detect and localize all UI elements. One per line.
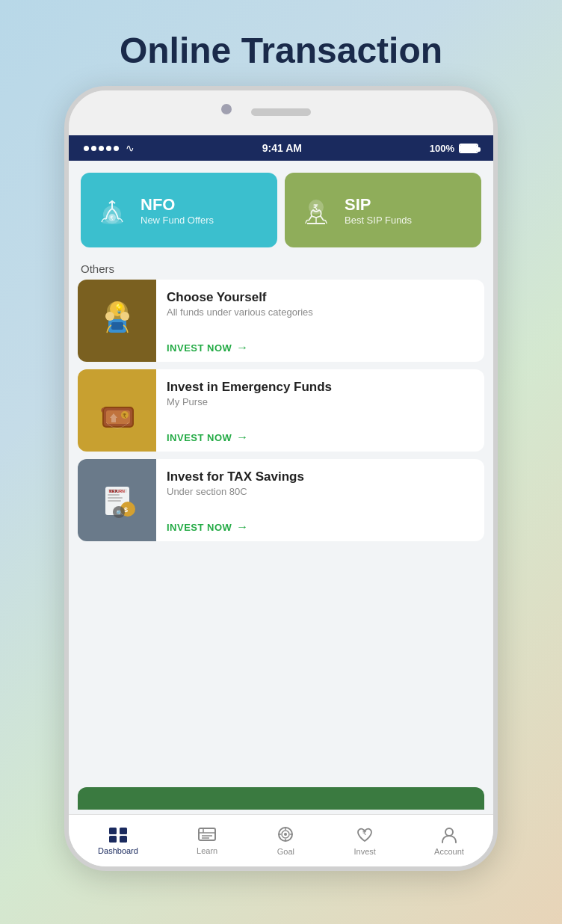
sip-card[interactable]: ₹ SIP Best SIP Funds [285, 173, 481, 247]
app-content: ₹ NFO New Fund Offers ₹ [69, 161, 493, 866]
goal-icon [276, 826, 295, 844]
status-bar: ∿ 9:41 AM 100% [69, 135, 493, 161]
page-title: Online Transaction [0, 30, 562, 71]
emergency-funds-subtitle: My Purse [167, 396, 474, 407]
svg-rect-23 [108, 494, 120, 496]
dashboard-icon [108, 827, 128, 843]
tax-savings-body: Invest for TAX Savings Under section 80C… [156, 459, 484, 541]
choose-yourself-cta[interactable]: INVEST NOW → [167, 341, 474, 354]
tax-savings-cta[interactable]: INVEST NOW → [167, 520, 474, 534]
sip-card-text: SIP Best SIP Funds [345, 195, 412, 226]
svg-point-12 [120, 312, 129, 321]
battery-fill [460, 145, 477, 152]
signal-dot-3 [99, 146, 104, 151]
svg-point-41 [284, 833, 287, 836]
svg-rect-30 [109, 828, 117, 834]
nav-account[interactable]: Account [434, 826, 464, 856]
signal-dot-1 [84, 146, 89, 151]
svg-rect-24 [108, 497, 123, 499]
emergency-funds-body: Invest in Emergency Funds My Purse INVES… [156, 369, 484, 452]
phone-frame: ∿ 9:41 AM 100% ₹ [64, 86, 498, 871]
sip-title: SIP [345, 195, 412, 215]
svg-text:₹: ₹ [362, 830, 367, 837]
choose-yourself-subtitle: All funds under various categories [167, 307, 474, 318]
nfo-subtitle: New Fund Offers [140, 215, 214, 226]
sip-icon: ₹ [297, 191, 336, 230]
nfo-card-text: NFO New Fund Offers [140, 195, 214, 226]
emergency-funds-title: Invest in Emergency Funds [167, 380, 474, 395]
wifi-icon: ∿ [126, 142, 135, 154]
phone-speaker [251, 108, 311, 116]
page-title-area: Online Transaction [0, 0, 562, 86]
choose-yourself-title: Choose Yourself [167, 290, 474, 305]
top-cards-section: ₹ NFO New Fund Offers ₹ [69, 161, 493, 255]
svg-rect-33 [120, 836, 127, 843]
svg-rect-25 [108, 500, 121, 502]
arrow-icon-2: → [236, 431, 249, 444]
signal-indicator: ∿ [84, 142, 135, 154]
tax-savings-title: Invest for TAX Savings [167, 469, 474, 484]
goal-label: Goal [277, 847, 294, 856]
list-items-container: 💡 Choose Yourself All funds under variou… [69, 280, 493, 787]
learn-label: Learn [197, 846, 217, 855]
nfo-title: NFO [140, 195, 214, 215]
nfo-card[interactable]: ₹ NFO New Fund Offers [81, 173, 277, 247]
learn-icon [197, 827, 217, 843]
sip-subtitle: Best SIP Funds [345, 215, 412, 226]
signal-dot-4 [106, 146, 111, 151]
svg-point-11 [105, 312, 114, 321]
nfo-icon: ₹ [93, 191, 132, 230]
svg-rect-10 [111, 322, 123, 330]
invest-label: Invest [354, 847, 376, 856]
arrow-icon: → [236, 341, 249, 354]
battery-icon [459, 144, 478, 153]
battery-percentage: 100% [430, 143, 454, 154]
tax-savings-subtitle: Under section 80C [167, 486, 474, 497]
invest-icon: ₹ [355, 826, 374, 844]
account-icon [439, 826, 459, 844]
nav-learn[interactable]: Learn [197, 827, 217, 855]
dashboard-label: Dashboard [98, 846, 138, 855]
phone-top-bezel [69, 90, 493, 135]
nav-dashboard[interactable]: Dashboard [98, 827, 138, 855]
choose-yourself-item[interactable]: 💡 Choose Yourself All funds under variou… [78, 280, 484, 362]
choose-yourself-body: Choose Yourself All funds under various … [156, 280, 484, 362]
others-section-label: Others [69, 255, 493, 280]
choose-yourself-image: 💡 [78, 280, 156, 362]
svg-text:₹: ₹ [123, 413, 126, 419]
tax-savings-image: TAX RETURN $ 🔍 [78, 459, 156, 541]
emergency-funds-cta[interactable]: INVEST NOW → [167, 431, 474, 444]
signal-dot-5 [114, 146, 119, 151]
status-right: 100% [430, 143, 478, 154]
svg-text:🔍: 🔍 [116, 509, 123, 517]
nav-invest[interactable]: ₹ Invest [354, 826, 376, 856]
tax-savings-item[interactable]: TAX RETURN $ 🔍 Invest for TAX Savings [78, 459, 484, 541]
nav-goal[interactable]: Goal [276, 826, 295, 856]
status-time: 9:41 AM [262, 142, 302, 154]
svg-point-3 [102, 220, 123, 224]
account-label: Account [434, 847, 464, 856]
front-camera [221, 104, 232, 114]
svg-rect-32 [120, 828, 127, 834]
svg-text:RETURN: RETURN [109, 489, 125, 493]
partial-card [78, 787, 484, 810]
signal-dot-2 [91, 146, 96, 151]
bottom-nav: Dashboard Learn [69, 814, 493, 866]
svg-rect-31 [109, 836, 117, 843]
emergency-funds-image: ₹ [78, 369, 156, 452]
arrow-icon-3: → [236, 520, 249, 534]
svg-point-47 [445, 828, 453, 836]
emergency-funds-item[interactable]: ₹ Invest in Emergency Funds My Purse INV… [78, 369, 484, 452]
